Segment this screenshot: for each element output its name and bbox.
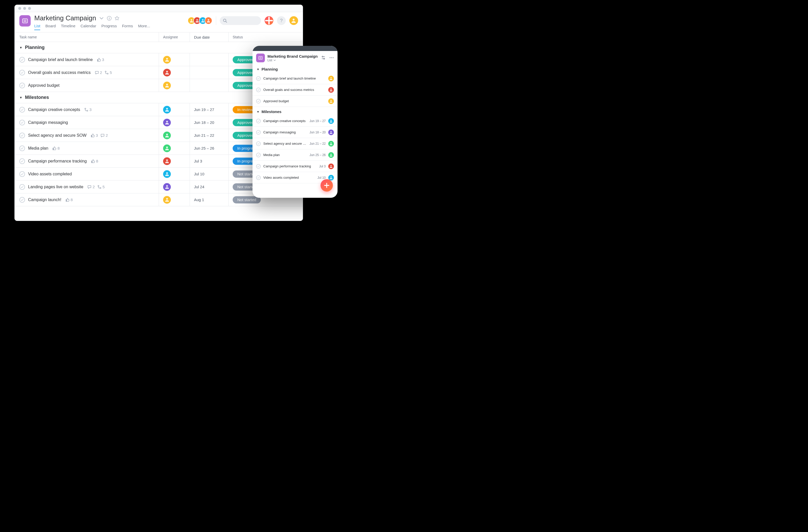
complete-checkbox[interactable] bbox=[19, 197, 25, 203]
assignee-avatar[interactable] bbox=[163, 157, 171, 165]
likes-meta[interactable]: 8 bbox=[52, 146, 59, 150]
mobile-task-row[interactable]: Media planJun 25 – 26 bbox=[253, 149, 337, 161]
tab-timeline[interactable]: Timeline bbox=[61, 24, 75, 30]
due-date[interactable]: Jul 3 bbox=[190, 155, 228, 167]
tab-more-[interactable]: More... bbox=[138, 24, 150, 30]
tab-board[interactable]: Board bbox=[45, 24, 56, 30]
member-avatar[interactable] bbox=[205, 17, 212, 24]
mobile-section-header[interactable]: ▼Planning bbox=[253, 64, 337, 73]
more-icon[interactable] bbox=[329, 55, 334, 61]
due-date[interactable]: Aug 1 bbox=[190, 193, 228, 206]
due-date[interactable]: Jul 24 bbox=[190, 180, 228, 193]
complete-checkbox[interactable] bbox=[19, 57, 25, 62]
assignee-avatar[interactable] bbox=[163, 69, 171, 76]
due-date[interactable]: Jun 25 – 26 bbox=[190, 142, 228, 154]
member-facepile[interactable] bbox=[190, 17, 212, 24]
assignee-avatar[interactable] bbox=[163, 196, 171, 204]
due-date[interactable] bbox=[190, 53, 228, 66]
assignee-avatar[interactable] bbox=[163, 145, 171, 152]
tab-calendar[interactable]: Calendar bbox=[81, 24, 96, 30]
assignee-avatar[interactable] bbox=[163, 119, 171, 127]
complete-checkbox[interactable] bbox=[256, 88, 261, 92]
tab-list[interactable]: List bbox=[34, 24, 40, 30]
add-button[interactable] bbox=[264, 16, 273, 25]
assignee-avatar[interactable] bbox=[328, 118, 334, 124]
traffic-dot[interactable] bbox=[18, 7, 21, 10]
mobile-task-row[interactable]: Campaign messagingJun 18 – 20 bbox=[253, 127, 337, 138]
mobile-task-row[interactable]: Campaign creative conceptsJun 19 – 27 bbox=[253, 115, 337, 127]
likes-meta[interactable]: 3 bbox=[97, 57, 104, 62]
profile-avatar[interactable] bbox=[289, 16, 298, 25]
star-icon[interactable] bbox=[115, 16, 119, 21]
subtasks-meta[interactable]: 5 bbox=[105, 70, 112, 75]
complete-checkbox[interactable] bbox=[256, 141, 261, 146]
mobile-project-title[interactable]: Marketing Brand Campaign bbox=[268, 54, 318, 58]
mobile-task-row[interactable]: Approved budget bbox=[253, 96, 337, 107]
likes-meta[interactable]: 8 bbox=[91, 159, 98, 163]
complete-checkbox[interactable] bbox=[19, 120, 25, 126]
info-icon[interactable] bbox=[107, 16, 112, 21]
assignee-avatar[interactable] bbox=[163, 183, 171, 191]
subtasks-meta[interactable]: 5 bbox=[97, 185, 105, 189]
mobile-task-row[interactable]: Campaign brief and launch timeline bbox=[253, 73, 337, 84]
complete-checkbox[interactable] bbox=[19, 146, 25, 151]
due-date[interactable] bbox=[190, 79, 228, 92]
project-title[interactable]: Marketing Campaign bbox=[34, 14, 96, 22]
complete-checkbox[interactable] bbox=[19, 133, 25, 138]
complete-checkbox[interactable] bbox=[256, 76, 261, 81]
complete-checkbox[interactable] bbox=[19, 184, 25, 190]
mobile-section-header[interactable]: ▼Milestones bbox=[253, 107, 337, 115]
complete-checkbox[interactable] bbox=[256, 119, 261, 124]
assignee-avatar[interactable] bbox=[328, 98, 334, 104]
assignee-avatar[interactable] bbox=[163, 56, 171, 63]
comments-meta[interactable]: 2 bbox=[87, 185, 95, 189]
likes-meta[interactable]: 8 bbox=[66, 197, 73, 202]
col-assignee[interactable]: Assignee bbox=[159, 33, 190, 42]
comments-meta[interactable]: 2 bbox=[100, 133, 108, 137]
assignee-avatar[interactable] bbox=[328, 141, 334, 147]
traffic-dot[interactable] bbox=[28, 7, 31, 10]
mobile-view-selector[interactable]: List bbox=[268, 58, 318, 62]
assignee-avatar[interactable] bbox=[328, 164, 334, 169]
assignee-avatar[interactable] bbox=[328, 130, 334, 135]
assignee-avatar[interactable] bbox=[163, 132, 171, 139]
col-task-name[interactable]: Task name bbox=[15, 33, 159, 42]
filter-icon[interactable] bbox=[321, 55, 326, 61]
mobile-add-button[interactable] bbox=[320, 179, 333, 192]
assignee-avatar[interactable] bbox=[328, 87, 334, 93]
assignee-avatar[interactable] bbox=[328, 76, 334, 81]
traffic-dot[interactable] bbox=[23, 7, 26, 10]
chevron-down-icon[interactable] bbox=[99, 16, 104, 21]
complete-checkbox[interactable] bbox=[256, 175, 261, 180]
complete-checkbox[interactable] bbox=[19, 83, 25, 88]
due-date[interactable]: Jun 18 – 20 bbox=[190, 116, 228, 129]
assignee-avatar[interactable] bbox=[163, 82, 171, 89]
col-status[interactable]: Status bbox=[228, 33, 303, 42]
complete-checkbox[interactable] bbox=[256, 153, 261, 157]
due-date[interactable] bbox=[190, 66, 228, 79]
help-button[interactable]: ? bbox=[277, 16, 286, 25]
assignee-avatar[interactable] bbox=[163, 170, 171, 178]
complete-checkbox[interactable] bbox=[19, 171, 25, 177]
due-date[interactable]: Jun 19 – 27 bbox=[190, 103, 228, 116]
complete-checkbox[interactable] bbox=[19, 70, 25, 75]
tab-forms[interactable]: Forms bbox=[122, 24, 133, 30]
likes-meta[interactable]: 3 bbox=[91, 133, 98, 137]
mobile-task-row[interactable]: Select agency and secure SOWJun 21 – 22 bbox=[253, 138, 337, 149]
assignee-avatar[interactable] bbox=[328, 152, 334, 158]
complete-checkbox[interactable] bbox=[256, 99, 261, 103]
complete-checkbox[interactable] bbox=[19, 158, 25, 164]
col-due-date[interactable]: Due date bbox=[190, 33, 228, 42]
search-input[interactable] bbox=[220, 16, 261, 25]
mobile-task-row[interactable]: Overall goals and success metrics bbox=[253, 84, 337, 96]
complete-checkbox[interactable] bbox=[256, 130, 261, 135]
mobile-task-row[interactable]: Campaign performance trackingJul 3 bbox=[253, 161, 337, 172]
comments-meta[interactable]: 2 bbox=[95, 70, 102, 75]
complete-checkbox[interactable] bbox=[19, 107, 25, 113]
tab-progress[interactable]: Progress bbox=[101, 24, 117, 30]
subtasks-meta[interactable]: 3 bbox=[84, 107, 91, 112]
due-date[interactable]: Jun 21 – 22 bbox=[190, 129, 228, 141]
due-date[interactable]: Jul 10 bbox=[190, 168, 228, 180]
complete-checkbox[interactable] bbox=[256, 164, 261, 169]
assignee-avatar[interactable] bbox=[163, 106, 171, 114]
